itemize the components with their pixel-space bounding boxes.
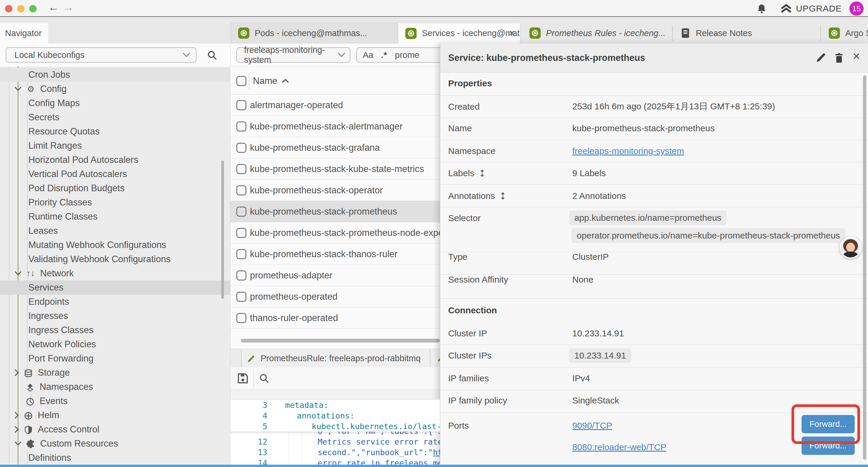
list-item[interactable]: kube-prometheus-stack-grafana xyxy=(230,137,440,158)
sidebar-item-storage[interactable]: Storage xyxy=(0,366,230,380)
row-checkbox[interactable] xyxy=(236,207,246,217)
row-checkbox[interactable] xyxy=(236,228,246,238)
sidebar-item-resource-quotas[interactable]: Resource Quotas xyxy=(0,124,230,139)
sidebar-item-port-forwarding[interactable]: Port Forwarding xyxy=(0,351,230,366)
namespace-selector[interactable]: freeleaps-monitoring-system xyxy=(236,47,350,63)
namespace-link[interactable]: freeleaps-monitoring-system xyxy=(572,146,684,156)
forward-button[interactable]: → xyxy=(63,1,74,13)
upgrade-button[interactable]: UPGRADE xyxy=(780,4,842,13)
name-column-header[interactable]: Name xyxy=(253,67,289,95)
row-checkbox[interactable] xyxy=(236,292,246,302)
row-checkbox[interactable] xyxy=(236,270,246,281)
list-item[interactable]: prometheus-adapter xyxy=(230,265,440,286)
list-item[interactable]: thanos-ruler-operated xyxy=(230,308,440,329)
sidebar-item-horizontal-pod-autoscalers[interactable]: Horizontal Pod Autoscalers xyxy=(0,153,230,167)
notifications-bell-icon[interactable] xyxy=(756,4,767,14)
list-item-selected[interactable]: kube-prometheus-stack-prometheus xyxy=(230,201,440,222)
row-checkbox[interactable] xyxy=(236,100,246,110)
close-panel-icon[interactable]: × xyxy=(852,49,860,63)
column-label: Name xyxy=(253,76,277,86)
avatar[interactable] xyxy=(840,237,862,259)
notification-count-badge[interactable]: 15 xyxy=(849,1,864,16)
tab-prometheus-rules[interactable]: Prometheus Rules - icecheng... xyxy=(522,23,671,43)
list-item[interactable]: prometheus-operated xyxy=(230,286,440,308)
list-item[interactable]: kube-prometheus-stack-kube-state-metrics xyxy=(230,158,440,180)
row-checkbox[interactable] xyxy=(236,164,246,174)
expand-up-down-icon[interactable] xyxy=(478,169,486,177)
match-case-toggle[interactable]: Aa xyxy=(363,50,373,60)
row-checkbox[interactable] xyxy=(236,249,246,259)
sidebar-item-pod-disruption-budgets[interactable]: Pod Disruption Budgets xyxy=(0,181,230,195)
sidebar-item-services[interactable]: Services xyxy=(0,281,230,295)
maximize-window-button[interactable] xyxy=(29,5,37,12)
expand-up-down-icon[interactable] xyxy=(499,192,507,200)
sidebar-item-priority-classes[interactable]: Priority Classes xyxy=(0,195,230,209)
property-label: Created xyxy=(448,101,572,111)
yaml-editor[interactable]: o", for : nm , labels :{ service : 12Met… xyxy=(230,400,440,465)
port-link-8080-reloader-web[interactable]: 8080:reloader-web/TCP xyxy=(572,442,666,452)
minimize-window-button[interactable] xyxy=(17,5,25,12)
tab-services[interactable]: Services - icecheng@math... × xyxy=(398,23,520,43)
sidebar-item-leases[interactable]: Leases xyxy=(0,224,230,238)
tab-pods[interactable]: Pods - icecheng@mathmas... xyxy=(231,23,397,43)
sidebar-item-endpoints[interactable]: Endpoints xyxy=(0,295,230,309)
sidebar-search-icon[interactable] xyxy=(207,50,217,61)
property-label[interactable]: Labels xyxy=(448,168,572,178)
sidebar-item-definitions[interactable]: Definitions xyxy=(0,451,230,465)
sidebar-item-helm[interactable]: Helm xyxy=(0,408,230,422)
list-item[interactable]: alertmanager-operated xyxy=(230,95,440,116)
list-item[interactable]: kube-prometheus-stack-alertmanager xyxy=(230,116,440,137)
sidebar-item-vertical-pod-autoscalers[interactable]: Vertical Pod Autoscalers xyxy=(0,167,230,181)
sidebar-item-mutating-webhook-configurations[interactable]: Mutating Webhook Configurations xyxy=(0,238,230,252)
row-checkbox[interactable] xyxy=(236,143,246,153)
code-line-12: 12Metrics service error rate is {{ $va xyxy=(230,436,440,447)
row-checkbox[interactable] xyxy=(236,121,246,132)
property-label: Namespace xyxy=(448,146,572,156)
editor-tab-partial[interactable] xyxy=(430,349,440,368)
save-icon[interactable] xyxy=(237,372,249,384)
delete-trash-icon[interactable] xyxy=(834,52,844,63)
list-header: Name xyxy=(230,66,440,95)
back-button[interactable]: ← xyxy=(48,1,59,13)
sidebar-item-limit-ranges[interactable]: Limit Ranges xyxy=(0,139,230,153)
sidebar-item-custom-resources[interactable]: Custom Resources xyxy=(0,437,230,451)
sidebar-item-ingress-classes[interactable]: Ingress Classes xyxy=(0,323,230,337)
sidebar-item-network[interactable]: ↑↓Network xyxy=(0,266,230,281)
kubeconfig-selector[interactable]: Local Kubeconfigs xyxy=(6,47,196,63)
close-window-button[interactable] xyxy=(5,5,12,12)
sidebar-item-network-policies[interactable]: Network Policies xyxy=(0,337,230,351)
list-search-input[interactable]: Aa .* prome xyxy=(356,47,440,63)
sidebar-item-ingresses[interactable]: Ingresses xyxy=(0,309,230,323)
row-checkbox[interactable] xyxy=(236,313,246,323)
tab-release-notes[interactable]: Release Notes xyxy=(673,23,820,43)
sidebar-item-config-maps[interactable]: Config Maps xyxy=(0,96,230,110)
sidebar-item-label: Mutating Webhook Configurations xyxy=(28,240,166,250)
row-checkbox[interactable] xyxy=(236,185,246,195)
horizontal-scrollbar[interactable] xyxy=(241,339,440,343)
sidebar-item-events[interactable]: Events xyxy=(0,394,230,408)
sidebar-scrollbar[interactable] xyxy=(221,160,224,299)
property-label[interactable]: Annotations xyxy=(448,191,572,201)
sidebar-item-validating-webhook-configurations[interactable]: Validating Webhook Configurations xyxy=(0,252,230,266)
tab-argo[interactable]: Argo Se xyxy=(822,23,868,43)
editor-tab-prometheusrule[interactable]: PrometheusRule: freeleaps-prod-rabbitmq xyxy=(242,349,430,368)
sidebar-item-access-control[interactable]: Access Control xyxy=(0,422,230,437)
tab-label: Pods - icecheng@mathmas... xyxy=(255,28,367,38)
sidebar-item-namespaces[interactable]: Namespaces xyxy=(0,380,230,394)
select-all-checkbox[interactable] xyxy=(236,76,246,86)
code-line-14: 14error rate in freeleaps metrics ser xyxy=(230,458,440,465)
detail-scrollbar[interactable] xyxy=(863,76,866,460)
sidebar-item-config[interactable]: ⚙Config xyxy=(0,82,230,96)
list-item[interactable]: kube-prometheus-stack-thanos-ruler xyxy=(230,243,440,265)
sidebar-item-secrets[interactable]: Secrets xyxy=(0,110,230,124)
close-tab-icon[interactable]: × xyxy=(509,27,515,39)
regex-toggle[interactable]: .* xyxy=(381,50,387,60)
list-item[interactable]: kube-prometheus-stack-operator xyxy=(230,180,440,201)
sidebar-item-cron-jobs[interactable]: Cron Jobs xyxy=(0,68,230,82)
edit-pencil-icon[interactable] xyxy=(816,52,826,63)
port-link-9090[interactable]: 9090/TCP xyxy=(572,420,612,431)
navigator-panel-tab[interactable]: Navigator xyxy=(0,23,48,43)
editor-search-icon[interactable] xyxy=(259,373,270,384)
sidebar-item-runtime-classes[interactable]: Runtime Classes xyxy=(0,209,230,224)
list-item[interactable]: kube-prometheus-stack-prometheus-node-ex… xyxy=(230,222,440,243)
